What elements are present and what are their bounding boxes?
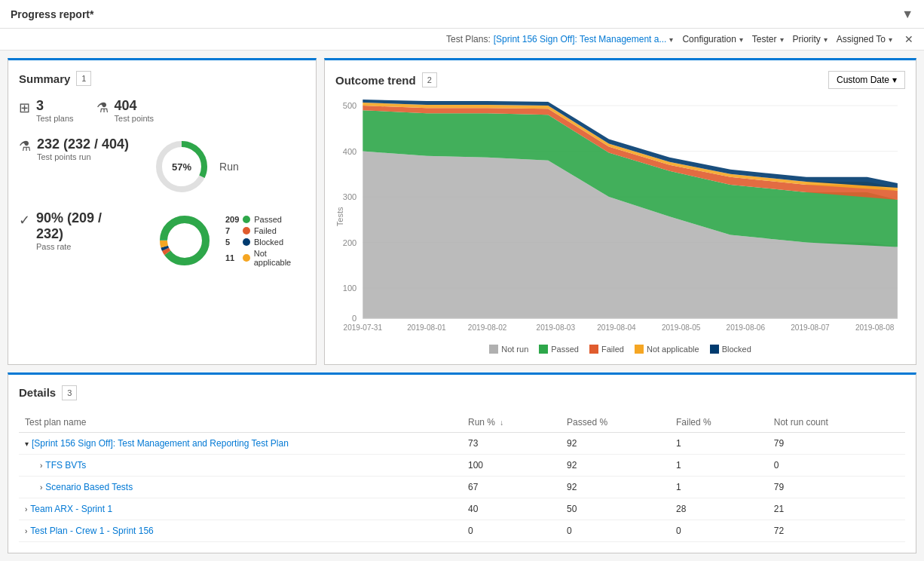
cell-name: ›Test Plan - Crew 1 - Sprint 156 — [19, 520, 462, 541]
filter-icon[interactable]: ▼ — [901, 8, 913, 21]
chart-legend: Not run Passed Failed Not applicable Blo… — [335, 345, 905, 354]
svg-text:2019-08-04: 2019-08-04 — [597, 323, 636, 332]
stat-row-3: ✓ 90% (209 / 232) Pass rate — [19, 210, 305, 271]
custom-date-label: Custom Date — [837, 75, 889, 85]
failed-chart-box — [589, 345, 598, 354]
filter-configuration[interactable]: Configuration ▾ — [682, 34, 742, 44]
svg-text:2019-07-31: 2019-07-31 — [344, 323, 383, 332]
cell-not-run: 0 — [768, 454, 905, 476]
cell-run-pct: 0 — [462, 520, 561, 541]
svg-text:2019-08-08: 2019-08-08 — [855, 323, 895, 332]
plan-name-link[interactable]: Scenario Based Tests — [45, 482, 133, 492]
failed-dot — [243, 227, 250, 235]
col-failed-pct: Failed % — [670, 412, 768, 433]
plan-name-link[interactable]: Test Plan - Crew 1 - Sprint 156 — [30, 526, 153, 536]
blocked-label: Blocked — [254, 238, 283, 247]
pass-rate-icon: ✓ — [19, 212, 30, 228]
summary-title: Summary — [19, 72, 70, 85]
tester-chevron: ▾ — [780, 35, 784, 44]
blocked-chart-label: Blocked — [722, 345, 751, 354]
pass-section: 209 Passed 7 Failed 5 — [155, 210, 305, 271]
test-plans-stat: ⊞ 3 Test plans — [19, 98, 74, 123]
main-content: Summary 1 ⊞ 3 Test plans ⚗ — [0, 51, 924, 561]
svg-text:Tests: Tests — [335, 207, 344, 226]
cell-not-run: 21 — [768, 498, 905, 520]
table-row: ▾[Sprint 156 Sign Off]: Test Management … — [19, 432, 905, 454]
not-applicable-count: 11 — [225, 253, 239, 262]
outcome-chart: 500 400 300 200 100 0 Tests — [335, 95, 905, 339]
collapse-icon[interactable]: ▾ — [25, 440, 29, 448]
not-applicable-chart-label: Not applicable — [647, 345, 699, 354]
custom-date-button[interactable]: Custom Date ▾ — [828, 71, 905, 89]
passed-count: 209 — [225, 215, 239, 224]
not-applicable-dot — [243, 254, 250, 262]
summary-number: 1 — [76, 71, 91, 86]
test-points-run-label: Test points run — [37, 152, 129, 161]
expand-icon[interactable]: › — [25, 505, 27, 513]
test-points-run-stat: ⚗ 232 (232 / 404) Test points run — [19, 136, 129, 197]
legend-not-applicable-chart: Not applicable — [635, 345, 699, 354]
cell-passed-pct: 92 — [561, 432, 670, 454]
legend-passed: 209 Passed — [225, 215, 305, 224]
details-number: 3 — [62, 385, 77, 400]
col-name: Test plan name — [19, 412, 462, 433]
configuration-label: Configuration — [682, 34, 736, 44]
col-run-pct[interactable]: Run % ↓ — [462, 412, 561, 433]
test-points-run-count: 232 (232 / 404) — [37, 136, 129, 152]
passed-dot — [243, 216, 250, 223]
table-row: ›Team ARX - Sprint 1 40 50 28 21 — [19, 498, 905, 520]
cell-passed-pct: 0 — [561, 520, 670, 541]
legend-passed-chart: Passed — [539, 345, 579, 354]
table-body: ▾[Sprint 156 Sign Off]: Test Management … — [19, 432, 905, 541]
details-table: Test plan name Run % ↓ Passed % Failed %… — [19, 412, 905, 542]
filter-test-plans[interactable]: Test Plans: [Sprint 156 Sign Off]: Test … — [446, 34, 673, 44]
legend-failed: 7 Failed — [225, 226, 305, 235]
expand-icon-child[interactable]: › — [40, 483, 42, 492]
cell-failed-pct: 28 — [670, 498, 768, 520]
filter-priority[interactable]: Priority ▾ — [793, 34, 828, 44]
run-label: Run — [219, 161, 239, 173]
outcome-title: Outcome trend — [335, 74, 416, 87]
cell-name: ›TFS BVTs — [19, 454, 462, 476]
cell-failed-pct: 1 — [670, 454, 768, 476]
summary-header: Summary 1 — [19, 71, 305, 86]
blocked-dot — [243, 238, 250, 246]
table-row: ›Scenario Based Tests 67 92 1 79 — [19, 476, 905, 498]
assigned-to-chevron: ▾ — [889, 35, 892, 44]
test-plans-icon: ⊞ — [19, 100, 30, 116]
filter-assigned-to[interactable]: Assigned To ▾ — [837, 34, 892, 44]
table-header: Test plan name Run % ↓ Passed % Failed %… — [19, 412, 905, 433]
test-plans-label: Test Plans: — [446, 34, 491, 44]
cell-passed-pct: 92 — [561, 454, 670, 476]
details-header: Details 3 — [19, 385, 905, 400]
svg-text:100: 100 — [343, 284, 356, 293]
filter-close-button[interactable]: ✕ — [904, 33, 913, 45]
blocked-count: 5 — [225, 238, 239, 247]
expand-icon-child[interactable]: › — [40, 461, 42, 470]
svg-text:300: 300 — [343, 192, 356, 201]
header-row: Test plan name Run % ↓ Passed % Failed %… — [19, 412, 905, 433]
plan-name-link[interactable]: [Sprint 156 Sign Off]: Test Management a… — [32, 438, 289, 449]
outcome-trend-panel: Outcome trend 2 Custom Date ▾ 500 400 30… — [324, 58, 916, 365]
pass-legend: 209 Passed 7 Failed 5 — [225, 215, 305, 267]
plan-name-link[interactable]: TFS BVTs — [45, 460, 86, 471]
failed-chart-label: Failed — [601, 345, 624, 354]
svg-text:2019-08-03: 2019-08-03 — [537, 323, 576, 332]
svg-text:2019-08-02: 2019-08-02 — [468, 323, 507, 332]
plan-name-link[interactable]: Team ARX - Sprint 1 — [30, 504, 112, 514]
table-row: ›TFS BVTs 100 92 1 0 — [19, 454, 905, 476]
run-sort-icon: ↓ — [500, 418, 503, 427]
svg-text:200: 200 — [343, 238, 356, 247]
legend-failed-chart: Failed — [589, 345, 624, 354]
legend-not-run: Not run — [489, 345, 528, 354]
svg-text:2019-08-07: 2019-08-07 — [791, 323, 830, 332]
outcome-header: Outcome trend 2 — [335, 72, 437, 87]
svg-point-3 — [164, 219, 206, 262]
filter-tester[interactable]: Tester ▾ — [752, 34, 784, 44]
not-run-box — [489, 345, 498, 354]
expand-icon[interactable]: › — [25, 527, 27, 535]
col-passed-pct: Passed % — [561, 412, 670, 433]
cell-failed-pct: 1 — [670, 476, 768, 498]
cell-run-pct: 100 — [462, 454, 561, 476]
cell-not-run: 79 — [768, 476, 905, 498]
